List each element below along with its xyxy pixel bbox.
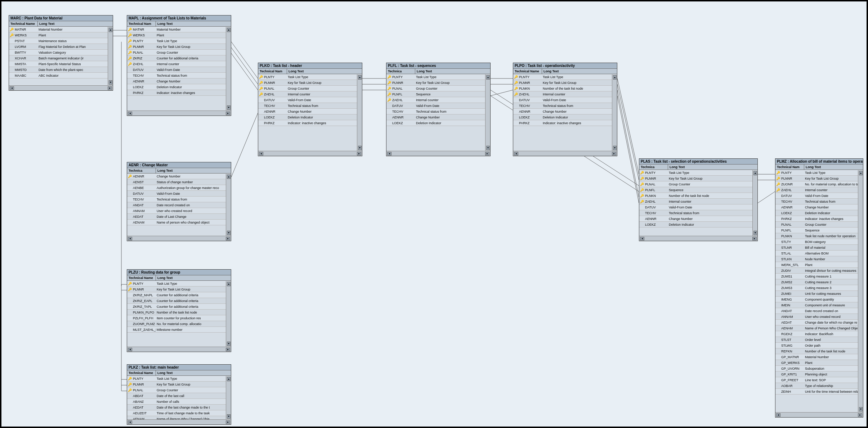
column-header-longtext[interactable]: Long Text xyxy=(38,21,113,26)
table-row[interactable]: 🔑PLNNRKey for Task List Group xyxy=(775,176,858,181)
scroll-right-icon[interactable]: ▸ xyxy=(226,112,230,115)
scroll-down-icon[interactable]: ▾ xyxy=(486,146,490,150)
column-header-longtext[interactable]: Long Text xyxy=(156,21,231,26)
horizontal-scrollbar[interactable]: ◂▸ xyxy=(639,236,757,241)
table-row[interactable]: ANNAMUser who created record xyxy=(775,314,858,320)
table-row[interactable]: ZKRIZ_MAPLCounter for additional criteri… xyxy=(127,292,226,298)
table-row[interactable]: PSTATMaintenance status xyxy=(9,38,108,44)
table-row[interactable]: MLST_ZAEHL_MLSTMilestone number xyxy=(127,327,226,333)
table-row[interactable]: STLKNNode Number xyxy=(775,256,858,262)
horizontal-scrollbar[interactable]: ◂▸ xyxy=(127,347,231,352)
table-row[interactable]: 🔑MATNRMaterial Number xyxy=(9,27,108,32)
scroll-up-icon[interactable]: ▴ xyxy=(227,282,231,286)
table-row[interactable]: 🔑PLNTYTask List Type xyxy=(775,170,858,176)
column-header-technical[interactable]: Technical Nam xyxy=(258,69,287,74)
table-row[interactable]: 🔑PLNFLSequence xyxy=(639,187,752,193)
table-row[interactable]: ZUONR_PLMZNo. for material comp. allocat… xyxy=(127,321,226,327)
table-row[interactable]: DATUVValid-From Date xyxy=(775,193,858,199)
table-row[interactable]: PARKZIndicator: inactive changes xyxy=(775,216,858,222)
table-row[interactable]: 🔑PLNNRKey for Task List Group xyxy=(258,80,357,86)
table-row[interactable]: AOBARType of relationship xyxy=(775,383,858,389)
table-row[interactable]: DATUVValid-From Date xyxy=(127,191,226,197)
table-row[interactable]: PLNKNTask list node number for operation xyxy=(775,233,858,239)
column-header-longtext[interactable]: Long Text xyxy=(156,168,231,173)
table-row[interactable]: PLNFLSequence xyxy=(775,227,858,233)
scroll-down-icon[interactable]: ▾ xyxy=(859,407,863,411)
column-header-longtext[interactable]: Long Text xyxy=(156,275,231,280)
horizontal-scrollbar[interactable]: ◂▸ xyxy=(386,151,490,156)
table-row[interactable]: ZUMS1Cutting measure 1 xyxy=(775,274,858,279)
horizontal-scrollbar[interactable]: ◂▸ xyxy=(9,85,113,90)
horizontal-scrollbar[interactable]: ◂▸ xyxy=(513,151,617,156)
table-row[interactable]: AENNRChange Number xyxy=(258,109,357,114)
table-row[interactable]: AENSTStatus of change number xyxy=(127,179,226,185)
table-row[interactable]: TECHVTechnical status from xyxy=(639,210,752,216)
table-row[interactable]: 🔑PLNNRKey for Task List Group xyxy=(127,44,226,50)
scroll-left-icon[interactable]: ◂ xyxy=(259,152,263,156)
horizontal-scrollbar[interactable]: ◂▸ xyxy=(258,151,362,156)
table-row[interactable]: AENAMName of Person Who Changed Obje xyxy=(127,416,226,419)
table-row[interactable]: 🔑PLNALGroup Counter xyxy=(127,387,226,393)
table-row[interactable]: 🔑PLNTYTask List Type xyxy=(258,74,357,80)
table-row[interactable]: 🔑PLNNRKey for Task List Group xyxy=(127,287,226,292)
column-header-longtext[interactable]: Long Text xyxy=(415,69,490,74)
column-header-longtext[interactable]: Long Text xyxy=(668,165,757,170)
scroll-down-icon[interactable]: ▾ xyxy=(227,231,231,235)
column-header-longtext[interactable]: Long Text xyxy=(804,165,863,170)
horizontal-scrollbar[interactable]: ◂▸ xyxy=(775,412,863,417)
column-header-technical[interactable]: Technical Name xyxy=(127,370,156,375)
scroll-left-icon[interactable]: ◂ xyxy=(128,112,132,115)
table-row[interactable]: IMEINComponent unit of measure xyxy=(775,302,858,308)
table-row[interactable]: RGEKZIndicator: Backflush xyxy=(775,331,858,337)
table-row[interactable]: AEUZEITTime of last change made to the t… xyxy=(127,410,226,416)
table-row[interactable]: 🔑ZKRIZCounter for additional criteria xyxy=(127,55,226,61)
column-header-longtext[interactable]: Long Text xyxy=(156,370,231,375)
table-row[interactable]: LOEKZDeletion Indicator xyxy=(127,84,226,90)
scroll-down-icon[interactable]: ▾ xyxy=(227,342,231,346)
table-row[interactable]: TECHVTechnical status from xyxy=(775,199,858,204)
entity-plkz[interactable]: PLKZ : Task list: main headerTechnical N… xyxy=(127,364,231,425)
table-row[interactable]: 🔑ZAEHLInternal counter xyxy=(775,187,858,193)
table-row[interactable]: 🔑PLNFLSequence xyxy=(386,91,485,97)
scroll-up-icon[interactable]: ▴ xyxy=(109,28,112,32)
table-row[interactable]: AENAMName of person who changed object xyxy=(127,220,226,225)
column-header-technical[interactable]: Technical Nam xyxy=(775,165,804,170)
table-row[interactable]: MMSTDDate from which the plant-spec xyxy=(9,67,108,73)
scroll-right-icon[interactable]: ▸ xyxy=(226,348,230,351)
vertical-scrollbar[interactable]: ▴▾ xyxy=(226,281,231,347)
table-row[interactable]: LOEKZDeletion Indicator xyxy=(513,114,612,120)
table-row[interactable]: MMSTAPlant-Specific Material Status xyxy=(9,61,108,67)
table-row[interactable]: IMENGComponent quantity xyxy=(775,297,858,302)
table-row[interactable]: TECHVTechnical status from xyxy=(513,103,612,109)
table-row[interactable]: 🔑ZAEHLInternal counter xyxy=(513,91,612,97)
table-row[interactable]: STLWGOrder path xyxy=(775,343,858,348)
vertical-scrollbar[interactable]: ▴▾ xyxy=(752,170,757,236)
scroll-right-icon[interactable]: ▸ xyxy=(485,152,489,156)
table-row[interactable]: PLNKN_PLPONumber of the task list node xyxy=(127,310,226,315)
table-row[interactable]: ABDATDate of the last call xyxy=(127,393,226,399)
table-row[interactable]: DATUVValid-From Date xyxy=(639,204,752,210)
table-row[interactable]: PZLFH_PLFHItem counter for production re… xyxy=(127,315,226,321)
scroll-up-icon[interactable]: ▴ xyxy=(486,75,490,80)
table-row[interactable]: STLALAlternative BOM xyxy=(775,251,858,256)
table-row[interactable]: 🔑ZAEHLInternal counter xyxy=(258,91,357,97)
table-row[interactable]: ZUMEIUnit for cutting measures xyxy=(775,291,858,297)
table-row[interactable]: AEDATDate of the last change made to the… xyxy=(127,405,226,410)
table-row[interactable]: GP_MATNRMaterial Number xyxy=(775,354,858,360)
entity-mapl[interactable]: MAPL : Assignment of Task Lists to Mater… xyxy=(127,15,231,116)
table-row[interactable]: STLSTOrder level xyxy=(775,337,858,343)
table-row[interactable]: 🔑AENNRChange Number xyxy=(127,174,226,179)
horizontal-scrollbar[interactable]: ◂▸ xyxy=(127,236,231,241)
table-row[interactable]: AENNRChange Number xyxy=(513,109,612,114)
entity-plfl[interactable]: PLFL : Task list - sequencesTechnicaLong… xyxy=(386,63,491,156)
scroll-left-icon[interactable]: ◂ xyxy=(776,413,780,417)
table-row[interactable]: TECHVTechnical status from xyxy=(127,73,226,78)
table-row[interactable]: 🔑PLNTYTask List Type xyxy=(639,170,752,176)
horizontal-scrollbar[interactable]: ◂▸ xyxy=(127,419,231,424)
table-row[interactable]: STLTYBOM category xyxy=(775,239,858,245)
table-row[interactable]: 🔑PLNALGroup Counter xyxy=(258,86,357,91)
scroll-right-icon[interactable]: ▸ xyxy=(752,237,757,240)
column-header-technical[interactable]: Technical Name xyxy=(127,275,156,280)
column-header-technical[interactable]: Technical Nam xyxy=(127,21,156,26)
scroll-left-icon[interactable]: ◂ xyxy=(640,237,644,240)
